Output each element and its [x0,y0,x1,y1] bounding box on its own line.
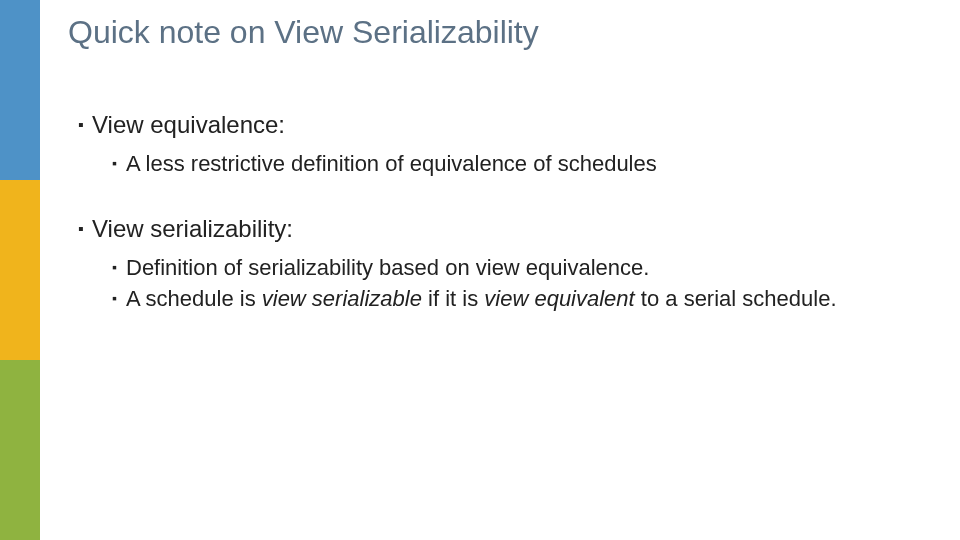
square-bullet-icon: ▪ [78,214,92,244]
bullet-level2-group: ▪A less restrictive definition of equiva… [112,150,920,178]
slide-title: Quick note on View Serializability [68,14,539,51]
bullet-heading: View serializability: [92,215,293,242]
bullet-level2: ▪Definition of serializability based on … [112,254,920,282]
accent-stripe-green [0,360,40,540]
slide: Quick note on View Serializability ▪View… [0,0,960,540]
text-run: to a serial schedule. [635,286,837,311]
accent-stripe-yellow [0,180,40,360]
square-bullet-icon: ▪ [78,110,92,140]
square-bullet-icon: ▪ [112,254,126,282]
square-bullet-icon: ▪ [112,150,126,178]
italic-term: view equivalent [484,286,634,311]
bullet-text: A schedule is view serializable if it is… [126,286,837,311]
bullet-text: Definition of serializability based on v… [126,255,649,280]
bullet-level1: ▪View serializability: [78,214,920,244]
bullet-level2: ▪A less restrictive definition of equiva… [112,150,920,178]
text-run: if it is [422,286,484,311]
slide-body: ▪View equivalence: ▪A less restrictive d… [78,110,920,317]
italic-term: view serializable [262,286,422,311]
bullet-heading: View equivalence: [92,111,285,138]
bullet-level2: ▪A schedule is view serializable if it i… [112,285,920,313]
square-bullet-icon: ▪ [112,285,126,313]
bullet-level2-group: ▪Definition of serializability based on … [112,254,920,313]
bullet-level1: ▪View equivalence: [78,110,920,140]
bullet-text: A less restrictive definition of equival… [126,151,657,176]
text-run: A schedule is [126,286,262,311]
accent-stripe-blue [0,0,40,180]
